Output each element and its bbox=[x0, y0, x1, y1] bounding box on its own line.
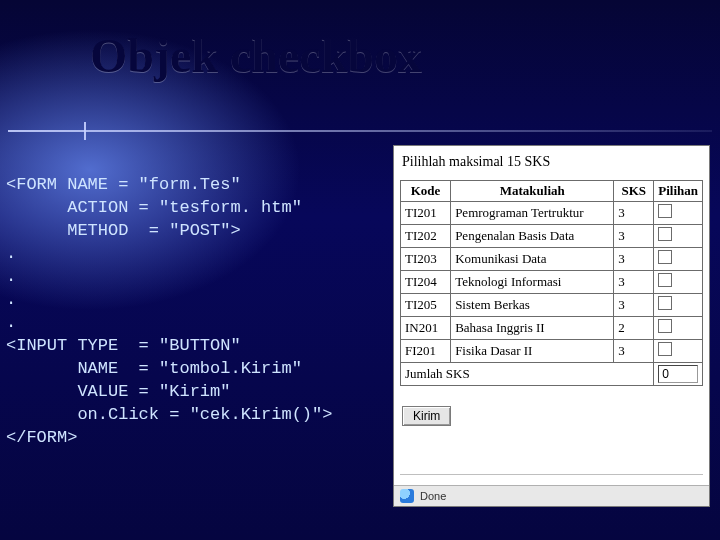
table-row: IN201Bahasa Inggris II2 bbox=[401, 317, 703, 340]
cell-pilihan bbox=[654, 225, 703, 248]
table-row: TI203Komunikasi Data3 bbox=[401, 248, 703, 271]
cell-matakuliah: Pengenalan Basis Data bbox=[451, 225, 614, 248]
cell-kode: IN201 bbox=[401, 317, 451, 340]
status-text: Done bbox=[420, 490, 446, 502]
table-row: TI201Pemrograman Tertruktur3 bbox=[401, 202, 703, 225]
cell-pilihan bbox=[654, 317, 703, 340]
cell-sks: 3 bbox=[614, 225, 654, 248]
th-sks: SKS bbox=[614, 181, 654, 202]
cell-matakuliah: Pemrograman Tertruktur bbox=[451, 202, 614, 225]
cell-kode: TI202 bbox=[401, 225, 451, 248]
checkbox-icon[interactable] bbox=[658, 250, 672, 264]
table-row: FI201Fisika Dasar II3 bbox=[401, 340, 703, 363]
sum-row: Jumlah SKS 0 bbox=[401, 363, 703, 386]
cell-kode: FI201 bbox=[401, 340, 451, 363]
checkbox-icon[interactable] bbox=[658, 319, 672, 333]
th-matakuliah: Matakuliah bbox=[451, 181, 614, 202]
sum-value-input[interactable]: 0 bbox=[658, 365, 698, 383]
checkbox-icon[interactable] bbox=[658, 342, 672, 356]
table-row: TI202Pengenalan Basis Data3 bbox=[401, 225, 703, 248]
cell-sks: 3 bbox=[614, 271, 654, 294]
checkbox-icon[interactable] bbox=[658, 227, 672, 241]
checkbox-icon[interactable] bbox=[658, 296, 672, 310]
instruction-text: Pilihlah maksimal 15 SKS bbox=[394, 146, 709, 180]
ie-icon bbox=[400, 489, 414, 503]
cell-matakuliah: Fisika Dasar II bbox=[451, 340, 614, 363]
cell-pilihan bbox=[654, 294, 703, 317]
kirim-button[interactable]: Kirim bbox=[402, 406, 451, 426]
cell-pilihan bbox=[654, 271, 703, 294]
cell-sks: 3 bbox=[614, 294, 654, 317]
form-preview-panel: Pilihlah maksimal 15 SKS Kode Matakuliah… bbox=[393, 145, 710, 507]
code-block: <FORM NAME = "form.Tes" ACTION = "tesfor… bbox=[6, 173, 386, 449]
table-row: TI204Teknologi Informasi3 bbox=[401, 271, 703, 294]
cell-sks: 3 bbox=[614, 340, 654, 363]
cell-kode: TI204 bbox=[401, 271, 451, 294]
status-bar: Done bbox=[394, 485, 709, 506]
course-table: Kode Matakuliah SKS Pilihan TI201Pemrogr… bbox=[400, 180, 703, 386]
cell-pilihan bbox=[654, 340, 703, 363]
cell-matakuliah: Komunikasi Data bbox=[451, 248, 614, 271]
cell-pilihan bbox=[654, 202, 703, 225]
checkbox-icon[interactable] bbox=[658, 204, 672, 218]
cell-kode: TI205 bbox=[401, 294, 451, 317]
hr-under-title bbox=[8, 130, 712, 132]
table-header-row: Kode Matakuliah SKS Pilihan bbox=[401, 181, 703, 202]
cell-kode: TI201 bbox=[401, 202, 451, 225]
page-title: Objek checkbox bbox=[90, 28, 422, 83]
panel-divider bbox=[400, 474, 703, 475]
cell-sks: 2 bbox=[614, 317, 654, 340]
cell-sks: 3 bbox=[614, 248, 654, 271]
table-row: TI205Sistem Berkas3 bbox=[401, 294, 703, 317]
cell-matakuliah: Bahasa Inggris II bbox=[451, 317, 614, 340]
sum-label: Jumlah SKS bbox=[401, 363, 654, 386]
checkbox-icon[interactable] bbox=[658, 273, 672, 287]
cell-pilihan bbox=[654, 248, 703, 271]
tick-mark bbox=[84, 122, 86, 140]
cell-matakuliah: Sistem Berkas bbox=[451, 294, 614, 317]
th-pilihan: Pilihan bbox=[654, 181, 703, 202]
sum-value-cell: 0 bbox=[654, 363, 703, 386]
cell-kode: TI203 bbox=[401, 248, 451, 271]
cell-sks: 3 bbox=[614, 202, 654, 225]
cell-matakuliah: Teknologi Informasi bbox=[451, 271, 614, 294]
th-kode: Kode bbox=[401, 181, 451, 202]
